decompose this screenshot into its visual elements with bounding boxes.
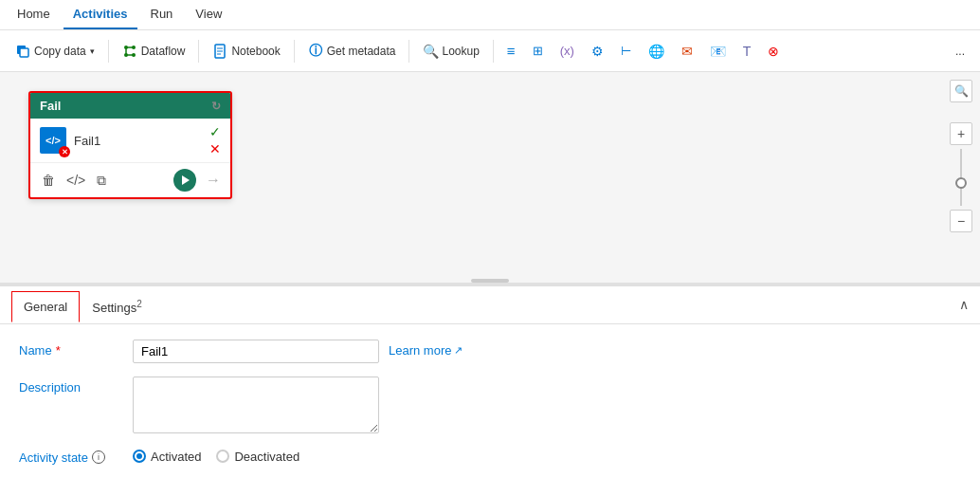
go-arrow-icon bbox=[182, 175, 190, 185]
toolbar-divider-5 bbox=[493, 40, 494, 63]
name-input[interactable] bbox=[133, 340, 379, 363]
nav-view[interactable]: View bbox=[186, 0, 231, 29]
description-label: Description bbox=[19, 377, 133, 395]
activity-state-row: Activity state i Activated Deactivated bbox=[19, 447, 961, 465]
copy-data-button[interactable]: Copy data ▾ bbox=[8, 40, 102, 63]
teams-icon-button[interactable]: T bbox=[735, 40, 759, 63]
variable-icon: (x) bbox=[560, 44, 574, 58]
notebook-button[interactable]: Notebook bbox=[205, 40, 287, 63]
variable-icon-button[interactable]: (x) bbox=[553, 40, 582, 62]
status-check-icon[interactable]: ✓ bbox=[209, 124, 221, 139]
outlook-icon: 📧 bbox=[710, 44, 726, 59]
refresh-icon[interactable]: ↻ bbox=[211, 100, 221, 113]
card-activity-name[interactable]: Fail1 bbox=[74, 134, 202, 148]
zoom-thumb[interactable] bbox=[955, 177, 967, 189]
zoom-in-button[interactable]: + bbox=[950, 122, 972, 145]
pipeline-icon: ⊢ bbox=[621, 44, 631, 58]
learn-more-label: Learn more bbox=[389, 343, 451, 358]
copy-data-dropdown-icon: ▾ bbox=[90, 46, 95, 56]
more-button[interactable]: ... bbox=[948, 41, 972, 62]
lookup-label: Lookup bbox=[442, 45, 479, 58]
panel-resize-handle[interactable] bbox=[471, 279, 509, 283]
tab-settings[interactable]: Settings2 bbox=[80, 290, 154, 323]
toolbar-divider-4 bbox=[408, 40, 409, 63]
tab-general-label: General bbox=[24, 300, 67, 314]
side-arrow-icon: → bbox=[206, 172, 221, 189]
stack-icon: ⊗ bbox=[768, 44, 779, 59]
more-icon: ... bbox=[955, 45, 965, 58]
get-metadata-button[interactable]: ⓘ Get metadata bbox=[300, 40, 404, 63]
card-header: Fail ↻ bbox=[30, 93, 230, 119]
teams-icon: T bbox=[743, 44, 752, 59]
nav-activities[interactable]: Activities bbox=[64, 0, 137, 29]
status-x-icon[interactable]: ✕ bbox=[209, 141, 221, 156]
activity-state-label: Activity state i bbox=[19, 447, 133, 465]
activity-state-info-icon[interactable]: i bbox=[92, 450, 105, 464]
toolbar: Copy data ▾ Dataflow bbox=[0, 30, 980, 72]
name-label: Name * bbox=[19, 340, 133, 358]
tab-settings-label: Settings bbox=[92, 301, 136, 315]
table-icon-button[interactable]: ⊞ bbox=[525, 40, 551, 62]
outlook-icon-button[interactable]: 📧 bbox=[702, 40, 734, 63]
dataflow-icon bbox=[122, 44, 137, 59]
top-nav: Home Activities Run View bbox=[0, 0, 980, 30]
zoom-track bbox=[960, 149, 962, 206]
notebook-icon bbox=[212, 44, 227, 59]
delete-button[interactable]: 🗑 bbox=[40, 171, 57, 190]
learn-more-link[interactable]: Learn more ↗ bbox=[389, 340, 463, 358]
deactivated-option[interactable]: Deactivated bbox=[216, 450, 299, 464]
tab-settings-badge: 2 bbox=[136, 299, 142, 309]
filter-icon: ≡ bbox=[507, 43, 516, 59]
external-link-icon: ↗ bbox=[454, 344, 463, 357]
nav-run[interactable]: Run bbox=[141, 0, 183, 29]
canvas-search-button[interactable]: 🔍 bbox=[950, 80, 972, 102]
canvas-area: 🔍 Fail ↻ </> ✕ Fail1 ✓ ✕ 🗑 </> ⧉ → bbox=[0, 72, 980, 283]
activated-option[interactable]: Activated bbox=[133, 450, 201, 464]
description-textarea[interactable] bbox=[133, 377, 379, 433]
table-icon: ⊞ bbox=[533, 44, 543, 58]
card-actions: 🗑 </> ⧉ → bbox=[30, 163, 230, 197]
toolbar-divider-2 bbox=[198, 40, 199, 63]
radio-group: Activated Deactivated bbox=[133, 447, 299, 464]
zoom-out-button[interactable]: − bbox=[950, 210, 972, 232]
copy-button[interactable]: ⧉ bbox=[95, 171, 108, 191]
lookup-icon: 🔍 bbox=[423, 44, 438, 59]
get-metadata-label: Get metadata bbox=[327, 45, 396, 58]
notebook-label: Notebook bbox=[231, 45, 280, 58]
pipeline-icon-button[interactable]: ⊢ bbox=[613, 40, 639, 62]
bottom-panel: General Settings2 ∧ Name * Learn more ↗ … bbox=[0, 285, 980, 497]
lookup-button[interactable]: 🔍 Lookup bbox=[415, 40, 486, 63]
dataflow-button[interactable]: Dataflow bbox=[115, 40, 193, 63]
code-button[interactable]: </> bbox=[64, 171, 87, 190]
toolbar-divider-3 bbox=[294, 40, 295, 63]
card-activity-icon: </> ✕ bbox=[40, 127, 66, 154]
web-icon-button[interactable]: 🌐 bbox=[641, 40, 672, 63]
dataflow-label: Dataflow bbox=[141, 45, 186, 58]
filter-icon-button[interactable]: ≡ bbox=[499, 39, 523, 63]
toolbar-divider-1 bbox=[108, 40, 109, 63]
copy-data-icon bbox=[15, 44, 30, 59]
web-icon: 🌐 bbox=[648, 44, 664, 59]
description-row: Description bbox=[19, 377, 961, 433]
deactivated-label: Deactivated bbox=[234, 450, 299, 464]
svg-rect-1 bbox=[20, 48, 28, 57]
name-required: * bbox=[56, 343, 61, 358]
panel-collapse-button[interactable]: ∧ bbox=[959, 297, 969, 312]
card-title: Fail bbox=[40, 99, 61, 113]
deactivated-radio[interactable] bbox=[216, 450, 229, 463]
email-icon-button[interactable]: ✉ bbox=[674, 40, 700, 63]
copy-data-label: Copy data bbox=[34, 45, 86, 58]
search-icon: 🔍 bbox=[954, 84, 969, 98]
get-metadata-icon: ⓘ bbox=[308, 44, 323, 59]
stack-icon-button[interactable]: ⊗ bbox=[760, 40, 787, 63]
settings-icon-button[interactable]: ⚙ bbox=[584, 40, 611, 63]
name-row: Name * Learn more ↗ bbox=[19, 340, 961, 363]
tab-general[interactable]: General bbox=[11, 291, 80, 322]
activated-label: Activated bbox=[151, 450, 201, 464]
nav-home[interactable]: Home bbox=[8, 0, 60, 29]
activated-radio[interactable] bbox=[133, 450, 146, 463]
error-badge: ✕ bbox=[59, 146, 70, 157]
go-button[interactable] bbox=[173, 169, 196, 192]
card-icon-text: </> bbox=[45, 135, 61, 146]
card-body: </> ✕ Fail1 ✓ ✕ bbox=[30, 119, 230, 163]
